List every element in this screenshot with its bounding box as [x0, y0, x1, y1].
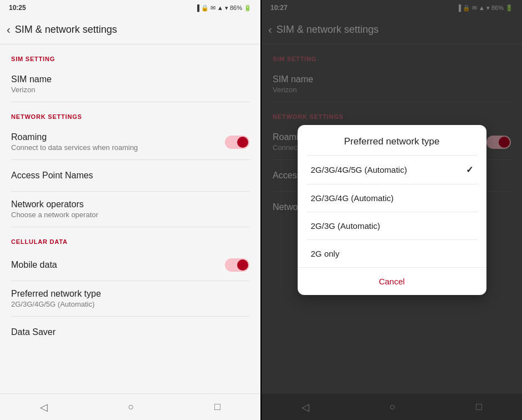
left-back-button[interactable]: ‹ [7, 23, 11, 36]
dialog-option-4g-label: 2G/3G/4G (Automatic) [311, 193, 394, 203]
left-sim-name-subtitle: Verizon [11, 86, 249, 94]
left-recent-nav-icon[interactable]: □ [214, 401, 220, 413]
left-data-saver-item[interactable]: Data Saver [0, 317, 260, 348]
left-lock-icon: 🔒 [201, 4, 209, 12]
left-sim-name-title: SIM name [11, 74, 249, 84]
left-network-label: NETWORK SETTINGS [0, 102, 260, 124]
left-data-saver-text: Data Saver [11, 327, 249, 337]
left-phone: 10:25 ▐ 🔒 ✉ ▲ ▾ 86% 🔋 ‹ SIM & network se… [0, 0, 260, 420]
left-network-section: NETWORK SETTINGS Roaming Connect to data… [0, 102, 260, 227]
preferred-network-dialog: Preferred network type 2G/3G/4G/5G (Auto… [298, 125, 486, 295]
left-roaming-title: Roaming [11, 132, 225, 142]
left-sim-setting-label: SIM SETTING [0, 44, 260, 67]
left-sim-icon: ▐ [195, 4, 199, 11]
dialog-option-3g-label: 2G/3G (Automatic) [311, 221, 380, 231]
left-time: 10:25 [9, 4, 26, 12]
left-roaming-subtitle: Connect to data services when roaming [11, 143, 225, 152]
left-network-operators-title: Network operators [11, 199, 249, 209]
left-roaming-text: Roaming Connect to data services when ro… [11, 132, 225, 152]
right-phone: 10:27 ▐ 🔒 ✉ ▲ ▾ 86% 🔋 ‹ SIM & network se… [262, 0, 522, 420]
left-back-nav-icon[interactable]: ◁ [40, 401, 48, 413]
dialog-option-3g[interactable]: 2G/3G (Automatic) [298, 212, 486, 239]
left-page-title: SIM & network settings [15, 24, 117, 36]
left-top-bar: ‹ SIM & network settings [0, 16, 260, 44]
left-sim-setting-section: SIM SETTING SIM name Verizon [0, 44, 260, 102]
left-status-bar: 10:25 ▐ 🔒 ✉ ▲ ▾ 86% 🔋 [0, 0, 260, 16]
left-bottom-nav: ◁ ○ □ [0, 393, 260, 420]
dialog-option-4g[interactable]: 2G/3G/4G (Automatic) [298, 184, 486, 212]
dialog-option-5g-check: ✓ [466, 164, 473, 175]
left-roaming-toggle[interactable] [225, 136, 249, 149]
left-status-icons: ▐ 🔒 ✉ ▲ ▾ 86% 🔋 [195, 4, 252, 12]
left-signal-icon: ▲ [217, 4, 223, 11]
left-msg-icon: ✉ [210, 4, 215, 12]
dialog-overlay: Preferred network type 2G/3G/4G/5G (Auto… [262, 0, 522, 420]
left-apn-title: Access Point Names [11, 171, 249, 181]
left-mobile-data-title: Mobile data [11, 260, 225, 270]
left-roaming-item[interactable]: Roaming Connect to data services when ro… [0, 124, 260, 159]
dialog-option-2g[interactable]: 2G only [298, 240, 486, 267]
dialog-cancel-button[interactable]: Cancel [298, 267, 486, 295]
left-mobile-data-text: Mobile data [11, 260, 225, 270]
left-preferred-network-subtitle: 2G/3G/4G/5G (Automatic) [11, 300, 249, 308]
left-network-operators-item[interactable]: Network operators Choose a network opera… [0, 192, 260, 227]
left-apn-text: Access Point Names [11, 171, 249, 181]
left-preferred-network-item[interactable]: Preferred network type 2G/3G/4G/5G (Auto… [0, 281, 260, 316]
left-settings-content: SIM SETTING SIM name Verizon NETWORK SET… [0, 44, 260, 393]
left-data-saver-title: Data Saver [11, 327, 249, 337]
left-cellular-label: CELLULAR DATA [0, 227, 260, 249]
left-home-nav-icon[interactable]: ○ [128, 401, 134, 413]
left-preferred-network-title: Preferred network type [11, 289, 249, 299]
left-preferred-network-text: Preferred network type 2G/3G/4G/5G (Auto… [11, 289, 249, 308]
left-apn-item[interactable]: Access Point Names [0, 160, 260, 191]
left-network-operators-subtitle: Choose a network operator [11, 211, 249, 219]
left-battery-text: 86% [230, 4, 242, 11]
dialog-option-5g-label: 2G/3G/4G/5G (Automatic) [311, 165, 407, 174]
left-mobile-data-toggle[interactable] [225, 258, 249, 272]
dialog-option-5g[interactable]: 2G/3G/4G/5G (Automatic) ✓ [298, 156, 486, 184]
left-sim-name-text: SIM name Verizon [11, 74, 249, 94]
left-network-operators-text: Network operators Choose a network opera… [11, 199, 249, 219]
left-cellular-section: CELLULAR DATA Mobile data Preferred netw… [0, 227, 260, 348]
left-sim-name-item[interactable]: SIM name Verizon [0, 67, 260, 102]
dialog-title: Preferred network type [298, 125, 486, 155]
left-mobile-data-item[interactable]: Mobile data [0, 249, 260, 281]
dialog-option-2g-label: 2G only [311, 249, 340, 258]
left-wifi-icon: ▾ [225, 4, 228, 12]
left-battery-icon: 🔋 [244, 4, 252, 12]
